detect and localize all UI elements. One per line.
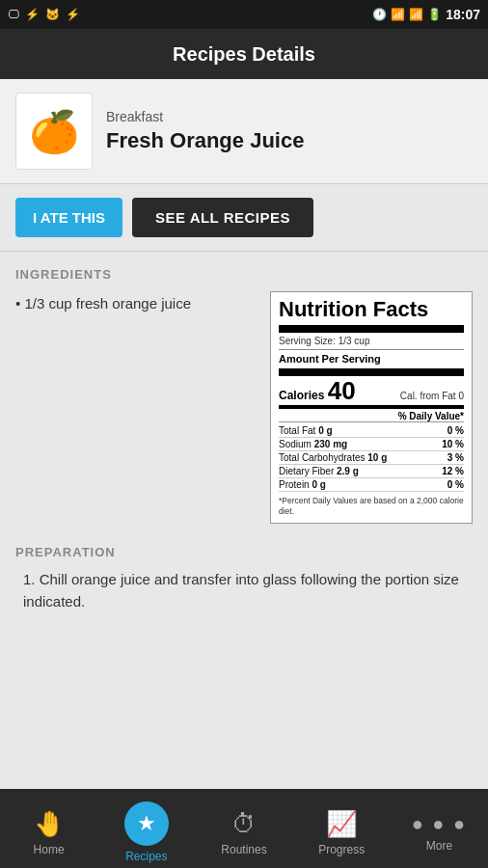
- recipe-card: 🍊 Breakfast Fresh Orange Juice: [0, 79, 488, 184]
- calories-value: 40: [328, 376, 356, 405]
- ingredient-item: • 1/3 cup fresh orange juice: [15, 291, 255, 312]
- recipes-icon: ★: [137, 811, 156, 836]
- status-icons-right: 🕐 📶 📶 🔋 18:07: [372, 7, 480, 22]
- time-display: 18:07: [446, 7, 480, 22]
- more-label: More: [426, 839, 452, 853]
- ingredients-section: INGREDIENTS • 1/3 cup fresh orange juice…: [0, 252, 488, 531]
- nutrition-serving: Serving Size: 1/3 cup: [279, 336, 464, 350]
- orange-juice-emoji: 🍊: [29, 108, 79, 155]
- recipe-info: Breakfast Fresh Orange Juice: [106, 109, 304, 153]
- nutrition-row-carbs: Total Carbohydrates 10 g 3 %: [279, 451, 464, 465]
- battery-icon: 🔋: [427, 8, 442, 21]
- nutrition-row-sodium: Sodium 230 mg 10 %: [279, 438, 464, 451]
- nutrition-footnote: *Percent Daily Values are based on a 2,0…: [279, 496, 464, 517]
- clock-icon: 🕐: [372, 8, 387, 21]
- nav-item-more[interactable]: ● ● ● More: [391, 805, 488, 853]
- nutrition-calories-row: Calories 40 Cal. from Fat 0: [279, 378, 464, 409]
- nutrition-row-fat: Total Fat 0 g 0 %: [279, 424, 464, 438]
- status-icons-left: 🖵 ⚡ 🐱 ⚡: [8, 8, 80, 21]
- preparation-section: PREPARATION 1. Chill orange juice and tr…: [0, 531, 488, 620]
- nutrition-facts-box: Nutrition Facts Serving Size: 1/3 cup Am…: [270, 291, 473, 524]
- nav-item-progress[interactable]: 📈 Progress: [293, 801, 391, 856]
- ingredients-title: INGREDIENTS: [15, 267, 473, 282]
- daily-value-header: % Daily Value*: [279, 411, 464, 422]
- more-icon: ● ● ●: [412, 813, 467, 835]
- routines-label: Routines: [221, 843, 266, 856]
- recipe-image: 🍊: [15, 93, 93, 170]
- nav-item-routines[interactable]: ⏱ Routines: [195, 801, 292, 856]
- nutrition-facts-title: Nutrition Facts: [279, 298, 464, 333]
- home-icon: 🤚: [34, 809, 65, 839]
- recipes-circle: ★: [124, 801, 169, 846]
- display-icon: 🖵: [8, 8, 19, 21]
- bottom-nav: 🤚 Home ★ Recipes ⏱ Routines 📈 Progress ●…: [0, 789, 488, 868]
- preparation-step-1: 1. Chill orange juice and transfer into …: [15, 569, 473, 612]
- recipe-category: Breakfast: [106, 109, 304, 124]
- ingredients-row: • 1/3 cup fresh orange juice Nutrition F…: [15, 291, 473, 524]
- usb2-icon: ⚡: [66, 8, 80, 21]
- calories-from-fat: Cal. from Fat 0: [400, 391, 464, 401]
- nutrition-row-protein: Protein 0 g 0 %: [279, 478, 464, 492]
- recipe-name: Fresh Orange Juice: [106, 128, 304, 153]
- calories-label: Calories: [279, 389, 328, 402]
- nutrition-row-fiber: Dietary Fiber 2.9 g 12 %: [279, 465, 464, 478]
- preparation-title: PREPARATION: [15, 545, 473, 559]
- recipes-label: Recipes: [125, 850, 167, 863]
- progress-icon: 📈: [326, 809, 357, 839]
- nav-item-home[interactable]: 🤚 Home: [0, 801, 97, 856]
- action-buttons: I ATE THIS SEE ALL RECIPES: [0, 184, 488, 252]
- signal-icon: 📶: [409, 8, 423, 21]
- nutrition-amount-per-serving: Amount Per Serving: [279, 353, 464, 376]
- page-title: Recipes Details: [173, 43, 315, 66]
- cat-icon: 🐱: [45, 8, 60, 21]
- status-bar: 🖵 ⚡ 🐱 ⚡ 🕐 📶 📶 🔋 18:07: [0, 0, 488, 29]
- wifi-icon: 📶: [391, 8, 405, 21]
- progress-label: Progress: [318, 843, 365, 856]
- nav-item-recipes[interactable]: ★ Recipes: [97, 794, 195, 863]
- see-all-recipes-button[interactable]: SEE ALL RECIPES: [132, 198, 313, 237]
- header: Recipes Details: [0, 29, 488, 79]
- ate-this-button[interactable]: I ATE THIS: [15, 198, 122, 237]
- usb-icon: ⚡: [25, 8, 40, 21]
- home-label: Home: [34, 843, 65, 856]
- routines-icon: ⏱: [231, 809, 257, 839]
